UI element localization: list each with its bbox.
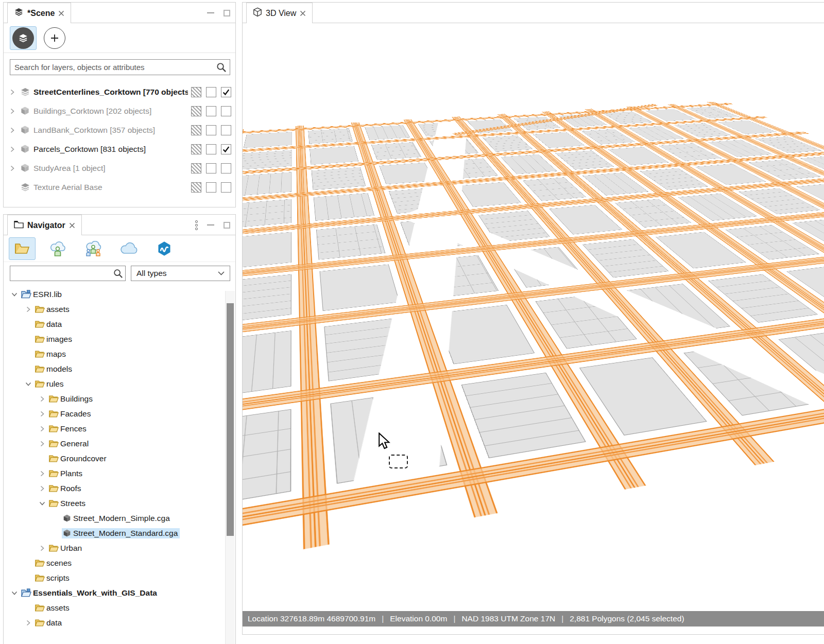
- layer-visible-checkbox[interactable]: [221, 182, 231, 193]
- workspace-button[interactable]: [9, 237, 36, 260]
- parcel-block[interactable]: [243, 150, 291, 170]
- tree-item-scripts[interactable]: scripts: [4, 570, 235, 585]
- my-content-button[interactable]: [44, 237, 71, 260]
- expander-icon[interactable]: [10, 108, 20, 114]
- tree-item-rules[interactable]: rules: [4, 376, 235, 391]
- tree-item-facades[interactable]: Facades: [4, 406, 235, 421]
- expander-icon[interactable]: [23, 381, 34, 387]
- tree-item-assets[interactable]: assets: [4, 302, 235, 317]
- tree-item-essentials-work-with-gis-data[interactable]: Essentials_Work_with_GIS_Data: [4, 585, 235, 600]
- arcgis-online-button[interactable]: [151, 237, 178, 260]
- close-icon[interactable]: [69, 222, 75, 229]
- expander-icon[interactable]: [37, 501, 48, 506]
- parcel-block[interactable]: [708, 140, 772, 157]
- layer-row[interactable]: Parcels_Corktown [831 objects]: [4, 140, 235, 159]
- layer-color-swatch[interactable]: [191, 182, 201, 193]
- maximize-icon[interactable]: [224, 10, 230, 16]
- tree-item-maps[interactable]: maps: [4, 346, 235, 361]
- expander-icon[interactable]: [37, 411, 48, 417]
- expander-icon[interactable]: [23, 306, 34, 312]
- layer-visible-checkbox[interactable]: [221, 106, 231, 116]
- close-icon[interactable]: [58, 10, 64, 16]
- layer-color-swatch[interactable]: [191, 125, 201, 135]
- tree-item-street-modern-standard-cga[interactable]: Street_Modern_Standard.cga: [4, 526, 235, 541]
- layer-row[interactable]: LandBank_Corktown [357 objects]: [4, 120, 235, 140]
- tree-item-general[interactable]: General: [4, 436, 235, 451]
- expander-icon[interactable]: [10, 127, 20, 133]
- parcel-block[interactable]: [243, 199, 291, 229]
- expander-icon[interactable]: [10, 89, 20, 95]
- parcel-block[interactable]: [319, 264, 400, 311]
- expander-icon[interactable]: [37, 545, 48, 551]
- expander-icon[interactable]: [10, 165, 20, 171]
- expander-icon[interactable]: [23, 620, 34, 626]
- tree-item-esri-lib[interactable]: ESRI.lib: [4, 287, 235, 302]
- view-menu-icon[interactable]: [195, 220, 198, 230]
- tree-item-models[interactable]: models: [4, 361, 235, 376]
- add-layer-button[interactable]: [44, 27, 65, 49]
- tree-item-urban[interactable]: Urban: [4, 541, 235, 555]
- groups-button[interactable]: [80, 237, 107, 260]
- parcel-block[interactable]: [243, 172, 291, 196]
- layer-visible-checkbox[interactable]: [221, 125, 231, 135]
- parcel-block[interactable]: [314, 193, 374, 221]
- tree-item-images[interactable]: images: [4, 332, 235, 346]
- layer-lock-checkbox[interactable]: [206, 125, 216, 135]
- maximize-icon[interactable]: [224, 222, 230, 229]
- expander-icon[interactable]: [9, 590, 20, 596]
- tab-3d-view[interactable]: 3D View: [246, 3, 313, 23]
- layer-lock-checkbox[interactable]: [206, 106, 216, 116]
- layer-row[interactable]: Buildings_Corktown [202 objects]: [4, 101, 235, 120]
- expander-icon[interactable]: [37, 426, 48, 432]
- layer-row[interactable]: Texture Aerial Base: [4, 178, 235, 197]
- layer-row[interactable]: StudyArea [1 object]: [4, 159, 235, 178]
- tree-item-plants[interactable]: Plants: [4, 466, 235, 481]
- tree-item-buildings[interactable]: Buildings: [4, 391, 235, 406]
- tree-item-data[interactable]: data: [4, 615, 235, 630]
- tree-item-groundcover[interactable]: Groundcover: [4, 451, 235, 466]
- minimize-icon[interactable]: [207, 224, 214, 225]
- layer-color-swatch[interactable]: [191, 87, 201, 97]
- layer-row[interactable]: StreetCenterlines_Corktown [770 objects]: [4, 82, 235, 101]
- expander-icon[interactable]: [37, 441, 48, 447]
- layer-color-swatch[interactable]: [191, 144, 201, 154]
- navigator-search-input[interactable]: [10, 266, 126, 281]
- tree-item-streets[interactable]: Streets: [4, 496, 235, 511]
- layer-view-button[interactable]: [10, 26, 37, 50]
- type-filter-dropdown[interactable]: All types: [131, 266, 230, 281]
- parcel-block[interactable]: [243, 232, 291, 270]
- layer-lock-checkbox[interactable]: [206, 182, 216, 193]
- parcel-block[interactable]: [308, 128, 353, 144]
- parcel-block[interactable]: [244, 132, 292, 148]
- parcel-block[interactable]: [310, 146, 358, 165]
- expander-icon[interactable]: [9, 292, 20, 297]
- tab-scene[interactable]: *Scene: [7, 3, 71, 23]
- expander-icon[interactable]: [37, 396, 48, 402]
- expander-icon[interactable]: [37, 485, 48, 492]
- parcel-block[interactable]: [243, 330, 291, 401]
- layer-lock-checkbox[interactable]: [206, 87, 216, 97]
- parcel-block[interactable]: [316, 224, 385, 260]
- layer-visible-checkbox[interactable]: [221, 144, 231, 154]
- expander-icon[interactable]: [10, 146, 20, 152]
- layer-visible-checkbox[interactable]: [221, 163, 231, 173]
- parcel-block[interactable]: [718, 120, 777, 134]
- tree-item-fences[interactable]: Fences: [4, 421, 235, 436]
- layer-color-swatch[interactable]: [191, 163, 201, 173]
- parcel-block[interactable]: [243, 274, 291, 325]
- expander-icon[interactable]: [37, 471, 48, 477]
- layer-lock-checkbox[interactable]: [206, 144, 216, 154]
- tree-item-data[interactable]: data: [4, 317, 235, 332]
- parcel-block[interactable]: [243, 409, 291, 514]
- close-icon[interactable]: [300, 10, 306, 16]
- tree-item-scenes[interactable]: scenes: [4, 555, 235, 570]
- tree-item-assets[interactable]: assets: [4, 600, 235, 615]
- tab-navigator[interactable]: Navigator: [7, 215, 82, 235]
- tree-item-roofs[interactable]: Roofs: [4, 481, 235, 496]
- public-content-button[interactable]: [115, 237, 142, 260]
- parcel-block[interactable]: [312, 167, 366, 190]
- layer-visible-checkbox[interactable]: [221, 87, 231, 97]
- layer-color-swatch[interactable]: [191, 106, 201, 116]
- scrollbar-thumb[interactable]: [227, 303, 234, 536]
- scrollbar[interactable]: [225, 291, 235, 644]
